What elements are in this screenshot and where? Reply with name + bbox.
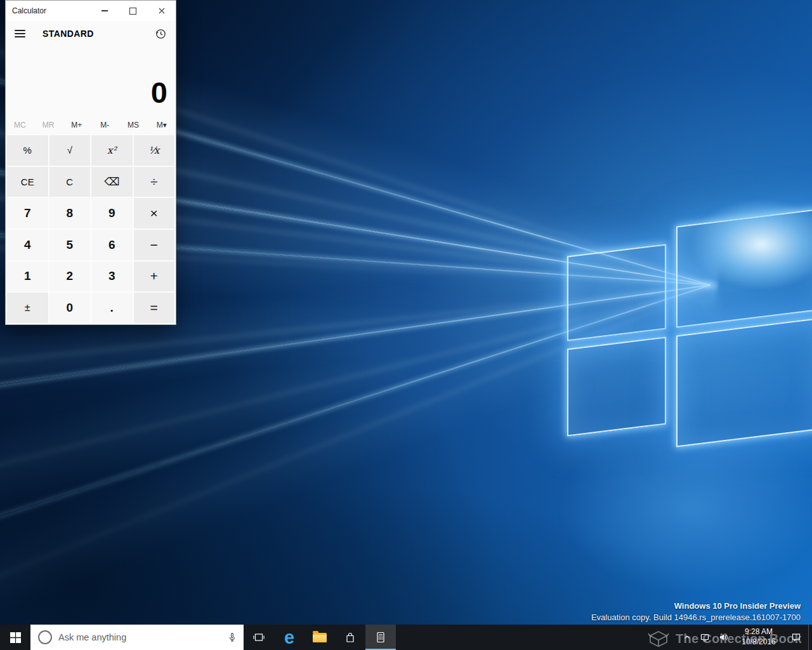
calculator-navrow: STANDARD [6, 21, 176, 46]
digit-6-button[interactable]: 6 [91, 230, 133, 260]
memory-clear-button[interactable]: MC [6, 116, 34, 134]
network-icon [700, 632, 710, 642]
watermark-line2: Evaluation copy. Build 14946.rs_prerelea… [591, 613, 801, 622]
task-view-icon [252, 631, 265, 644]
multiply-button[interactable]: × [134, 198, 175, 229]
digit-1-button[interactable]: 1 [7, 262, 48, 292]
tray-network-button[interactable] [695, 625, 714, 650]
taskbar-file-explorer-button[interactable] [304, 625, 335, 650]
equals-button[interactable]: = [134, 293, 175, 323]
action-center-icon [791, 632, 801, 642]
store-icon [344, 631, 357, 644]
decimal-button[interactable]: . [91, 293, 133, 323]
digit-4-button[interactable]: 4 [7, 230, 48, 260]
plus-button[interactable]: + [134, 262, 175, 292]
calculator-app-icon [374, 631, 387, 644]
action-center-button[interactable] [784, 625, 808, 650]
minus-button[interactable]: − [134, 230, 175, 260]
taskbar-store-button[interactable] [335, 625, 365, 650]
cortana-icon [38, 630, 52, 644]
minimize-button[interactable] [90, 1, 119, 21]
memory-add-button[interactable]: M+ [62, 116, 91, 134]
show-desktop-button[interactable] [808, 625, 812, 650]
maximize-icon [129, 8, 136, 15]
memory-subtract-button[interactable]: M- [91, 116, 119, 134]
microphone-icon[interactable] [227, 632, 237, 642]
watermark-line1: Windows 10 Pro Insider Preview [591, 601, 801, 611]
clear-entry-button[interactable]: CE [7, 167, 48, 197]
windows-watermark: Windows 10 Pro Insider Preview Evaluatio… [591, 601, 801, 622]
close-button[interactable] [147, 1, 176, 21]
calculator-keypad: % √ x² ¹⁄x CE C ⌫ ÷ 7 8 9 × 4 5 6 − 1 2 … [6, 134, 176, 324]
digit-5-button[interactable]: 5 [49, 230, 91, 260]
memory-row: MC MR M+ M- MS M▾ [6, 116, 176, 134]
volume-icon [719, 632, 729, 642]
screen: Windows 10 Pro Insider Preview Evaluatio… [0, 0, 812, 650]
plus-minus-button[interactable]: ± [7, 293, 48, 323]
window-title: Calculator [6, 6, 90, 15]
search-placeholder: Ask me anything [58, 632, 221, 642]
square-button[interactable]: x² [91, 135, 133, 166]
digit-3-button[interactable]: 3 [91, 262, 133, 292]
memory-recall-button[interactable]: MR [34, 116, 63, 134]
clear-button[interactable]: C [49, 167, 91, 197]
calculator-display: 0 [6, 46, 176, 116]
digit-2-button[interactable]: 2 [49, 262, 91, 292]
history-button[interactable] [155, 28, 167, 40]
chevron-up-icon [683, 633, 691, 641]
digit-9-button[interactable]: 9 [91, 198, 133, 229]
taskbar: Ask me anything e [0, 625, 812, 650]
caption-buttons [90, 1, 176, 21]
start-button[interactable] [0, 625, 30, 650]
close-icon [159, 8, 165, 14]
divide-button[interactable]: ÷ [134, 167, 175, 197]
digit-0-button[interactable]: 0 [49, 293, 91, 323]
memory-flyout-button[interactable]: M▾ [147, 116, 176, 134]
memory-store-button[interactable]: MS [119, 116, 148, 134]
clock-date: 10/8/2016 [733, 637, 784, 647]
mode-label: STANDARD [43, 29, 94, 39]
taskbar-edge-button[interactable]: e [274, 625, 304, 650]
maximize-button[interactable] [119, 1, 147, 21]
digit-8-button[interactable]: 8 [49, 198, 91, 229]
square-root-button[interactable]: √ [49, 135, 91, 166]
taskbar-clock[interactable]: 9:28 AM 10/8/2016 [733, 625, 784, 650]
tray-volume-button[interactable] [714, 625, 733, 650]
minimize-icon [102, 10, 108, 11]
taskbar-calculator-button[interactable] [365, 625, 396, 650]
clock-time: 9:28 AM [733, 627, 784, 637]
file-explorer-icon [313, 633, 327, 642]
backspace-button[interactable]: ⌫ [91, 167, 133, 197]
percent-button[interactable]: % [7, 135, 48, 166]
calculator-window: Calculator STANDARD [5, 0, 176, 325]
calculator-titlebar[interactable]: Calculator [6, 1, 176, 21]
system-tray: 9:28 AM 10/8/2016 [679, 625, 812, 650]
hamburger-icon [15, 30, 25, 31]
windows-start-icon [10, 632, 21, 643]
history-icon [155, 28, 167, 40]
search-box[interactable]: Ask me anything [30, 625, 244, 650]
menu-button[interactable] [15, 30, 25, 37]
tray-show-hidden-icons-button[interactable] [679, 625, 695, 650]
digit-7-button[interactable]: 7 [7, 198, 48, 229]
edge-icon: e [284, 628, 294, 647]
reciprocal-button[interactable]: ¹⁄x [134, 135, 175, 166]
task-view-button[interactable] [244, 625, 274, 650]
